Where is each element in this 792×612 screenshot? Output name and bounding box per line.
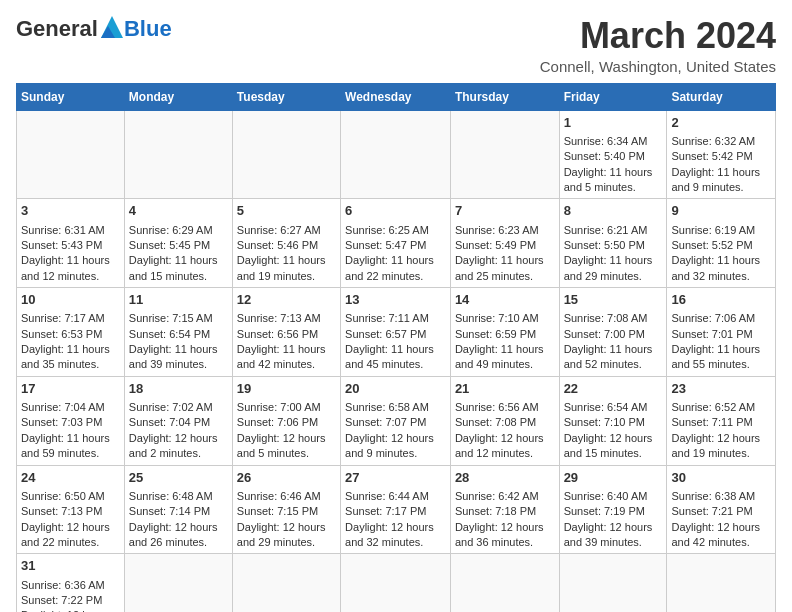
logo-general-text: General — [16, 16, 98, 42]
calendar-cell: 4Sunrise: 6:29 AMSunset: 5:45 PMDaylight… — [124, 199, 232, 288]
day-info-text: Sunset: 7:19 PM — [564, 504, 663, 519]
day-info-text: Sunset: 5:47 PM — [345, 238, 446, 253]
day-number: 10 — [21, 291, 120, 309]
weekday-header-saturday: Saturday — [667, 83, 776, 110]
day-info-text: Sunset: 6:56 PM — [237, 327, 336, 342]
day-info-text: Sunset: 7:11 PM — [671, 415, 771, 430]
weekday-header-wednesday: Wednesday — [341, 83, 451, 110]
day-info-text: Sunrise: 7:11 AM — [345, 311, 446, 326]
day-number: 22 — [564, 380, 663, 398]
day-info-text: Daylight: 12 hours and 2 minutes. — [129, 431, 228, 462]
day-info-text: Sunset: 7:06 PM — [237, 415, 336, 430]
calendar-cell: 20Sunrise: 6:58 AMSunset: 7:07 PMDayligh… — [341, 376, 451, 465]
day-number: 4 — [129, 202, 228, 220]
day-number: 12 — [237, 291, 336, 309]
day-info-text: Daylight: 11 hours and 39 minutes. — [129, 342, 228, 373]
day-info-text: Sunset: 7:22 PM — [21, 593, 120, 608]
day-number: 19 — [237, 380, 336, 398]
day-info-text: Daylight: 11 hours and 59 minutes. — [21, 431, 120, 462]
day-info-text: Sunset: 7:17 PM — [345, 504, 446, 519]
day-number: 8 — [564, 202, 663, 220]
calendar-cell — [450, 110, 559, 199]
calendar-cell: 14Sunrise: 7:10 AMSunset: 6:59 PMDayligh… — [450, 288, 559, 377]
day-info-text: Sunrise: 6:44 AM — [345, 489, 446, 504]
day-info-text: Sunrise: 6:36 AM — [21, 578, 120, 593]
day-info-text: Sunrise: 7:04 AM — [21, 400, 120, 415]
calendar-cell: 25Sunrise: 6:48 AMSunset: 7:14 PMDayligh… — [124, 465, 232, 554]
day-info-text: Sunrise: 6:31 AM — [21, 223, 120, 238]
calendar-cell: 10Sunrise: 7:17 AMSunset: 6:53 PMDayligh… — [17, 288, 125, 377]
day-number: 27 — [345, 469, 446, 487]
calendar-cell: 3Sunrise: 6:31 AMSunset: 5:43 PMDaylight… — [17, 199, 125, 288]
calendar-cell: 19Sunrise: 7:00 AMSunset: 7:06 PMDayligh… — [232, 376, 340, 465]
day-info-text: Sunset: 5:45 PM — [129, 238, 228, 253]
month-title: March 2024 — [540, 16, 776, 56]
calendar-cell: 17Sunrise: 7:04 AMSunset: 7:03 PMDayligh… — [17, 376, 125, 465]
day-info-text: Sunset: 7:15 PM — [237, 504, 336, 519]
day-info-text: Sunset: 5:43 PM — [21, 238, 120, 253]
day-info-text: Sunrise: 6:23 AM — [455, 223, 555, 238]
day-number: 11 — [129, 291, 228, 309]
day-info-text: Daylight: 11 hours and 52 minutes. — [564, 342, 663, 373]
calendar-cell — [341, 554, 451, 612]
day-info-text: Sunrise: 7:08 AM — [564, 311, 663, 326]
weekday-header-monday: Monday — [124, 83, 232, 110]
day-info-text: Sunset: 7:04 PM — [129, 415, 228, 430]
day-info-text: Sunrise: 6:40 AM — [564, 489, 663, 504]
day-info-text: Sunset: 7:13 PM — [21, 504, 120, 519]
day-number: 16 — [671, 291, 771, 309]
calendar-cell: 28Sunrise: 6:42 AMSunset: 7:18 PMDayligh… — [450, 465, 559, 554]
day-info-text: Daylight: 11 hours and 5 minutes. — [564, 165, 663, 196]
day-number: 30 — [671, 469, 771, 487]
day-info-text: Sunrise: 6:29 AM — [129, 223, 228, 238]
day-number: 9 — [671, 202, 771, 220]
day-number: 3 — [21, 202, 120, 220]
day-number: 21 — [455, 380, 555, 398]
calendar-cell — [667, 554, 776, 612]
calendar-cell: 30Sunrise: 6:38 AMSunset: 7:21 PMDayligh… — [667, 465, 776, 554]
day-info-text: Sunset: 7:07 PM — [345, 415, 446, 430]
day-info-text: Sunset: 7:01 PM — [671, 327, 771, 342]
day-info-text: Daylight: 12 hours and 46 minutes. — [21, 608, 120, 612]
day-info-text: Sunrise: 6:54 AM — [564, 400, 663, 415]
day-number: 14 — [455, 291, 555, 309]
calendar-week-row: 24Sunrise: 6:50 AMSunset: 7:13 PMDayligh… — [17, 465, 776, 554]
day-number: 2 — [671, 114, 771, 132]
day-info-text: Daylight: 12 hours and 39 minutes. — [564, 520, 663, 551]
weekday-header-thursday: Thursday — [450, 83, 559, 110]
day-info-text: Daylight: 12 hours and 36 minutes. — [455, 520, 555, 551]
location-title: Connell, Washington, United States — [540, 58, 776, 75]
day-info-text: Daylight: 11 hours and 55 minutes. — [671, 342, 771, 373]
day-info-text: Daylight: 11 hours and 29 minutes. — [564, 253, 663, 284]
day-info-text: Sunrise: 6:46 AM — [237, 489, 336, 504]
day-info-text: Sunrise: 7:00 AM — [237, 400, 336, 415]
day-info-text: Daylight: 11 hours and 15 minutes. — [129, 253, 228, 284]
page-header: General Blue March 2024 Connell, Washing… — [16, 16, 776, 75]
calendar-cell — [559, 554, 667, 612]
day-info-text: Daylight: 12 hours and 29 minutes. — [237, 520, 336, 551]
day-info-text: Sunrise: 6:38 AM — [671, 489, 771, 504]
weekday-header-friday: Friday — [559, 83, 667, 110]
day-info-text: Daylight: 11 hours and 35 minutes. — [21, 342, 120, 373]
weekday-header-sunday: Sunday — [17, 83, 125, 110]
calendar-cell: 16Sunrise: 7:06 AMSunset: 7:01 PMDayligh… — [667, 288, 776, 377]
day-info-text: Sunset: 6:59 PM — [455, 327, 555, 342]
day-number: 6 — [345, 202, 446, 220]
day-info-text: Sunrise: 6:25 AM — [345, 223, 446, 238]
day-number: 7 — [455, 202, 555, 220]
calendar-cell: 13Sunrise: 7:11 AMSunset: 6:57 PMDayligh… — [341, 288, 451, 377]
calendar-cell: 7Sunrise: 6:23 AMSunset: 5:49 PMDaylight… — [450, 199, 559, 288]
day-info-text: Sunrise: 6:48 AM — [129, 489, 228, 504]
day-info-text: Sunrise: 6:42 AM — [455, 489, 555, 504]
day-info-text: Sunset: 5:49 PM — [455, 238, 555, 253]
day-info-text: Sunrise: 7:13 AM — [237, 311, 336, 326]
day-info-text: Sunset: 7:03 PM — [21, 415, 120, 430]
day-number: 15 — [564, 291, 663, 309]
day-info-text: Sunrise: 6:52 AM — [671, 400, 771, 415]
day-info-text: Sunset: 5:42 PM — [671, 149, 771, 164]
title-area: March 2024 Connell, Washington, United S… — [540, 16, 776, 75]
calendar-cell: 26Sunrise: 6:46 AMSunset: 7:15 PMDayligh… — [232, 465, 340, 554]
calendar-cell: 15Sunrise: 7:08 AMSunset: 7:00 PMDayligh… — [559, 288, 667, 377]
day-info-text: Daylight: 11 hours and 22 minutes. — [345, 253, 446, 284]
day-number: 18 — [129, 380, 228, 398]
